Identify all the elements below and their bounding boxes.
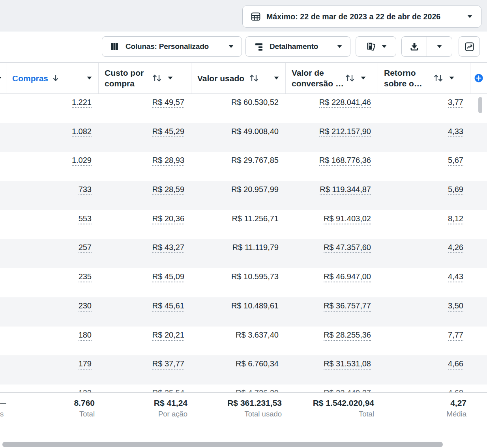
table-row: 235 R$ 45,09 R$ 10.595,73 R$ 46.947,00 4… <box>0 268 487 297</box>
cell-valor-conversao[interactable]: R$ 168.776,36 <box>286 152 378 181</box>
cell-valor-conversao[interactable]: R$ 31.531,08 <box>286 355 378 385</box>
cell-custo-por-compra[interactable]: R$ 43,27 <box>99 239 191 268</box>
cell-valor-usado: R$ 3.637,40 <box>191 327 286 356</box>
chevron-down-icon <box>437 45 442 48</box>
cell-custo-por-compra[interactable]: R$ 45,29 <box>99 123 191 152</box>
chevron-down-icon <box>382 45 387 48</box>
cell-compras[interactable]: 180 <box>6 327 99 356</box>
cell-compras[interactable]: 733 <box>6 181 99 210</box>
vertical-scrollbar[interactable] <box>478 97 482 113</box>
chevron-down-icon[interactable] <box>449 77 454 80</box>
cell-retorno[interactable]: 7,77 <box>378 327 470 356</box>
charts-button[interactable] <box>459 36 480 57</box>
totals-custo-por-compra: R$ 41,24 Por ação <box>99 398 191 430</box>
columns-icon <box>110 42 119 51</box>
cell-retorno[interactable]: 8,12 <box>378 210 470 239</box>
cell-custo-por-compra[interactable]: R$ 28,59 <box>99 181 191 210</box>
horizontal-scrollbar[interactable] <box>2 442 443 447</box>
cell-valor-conversao[interactable]: R$ 36.757,77 <box>286 297 378 327</box>
cell-valor-conversao[interactable]: R$ 47.357,60 <box>286 239 378 268</box>
table-row: 733 R$ 28,59 R$ 20.957,99 R$ 119.344,87 … <box>0 181 487 210</box>
cell-valor-conversao[interactable]: R$ 228.041,46 <box>286 94 378 123</box>
chevron-down-icon[interactable] <box>168 77 173 80</box>
cell-valor-conversao[interactable]: R$ 91.403,02 <box>286 210 378 239</box>
cell-compras[interactable]: 230 <box>6 297 99 327</box>
row-right-stub <box>470 355 487 385</box>
cell-compras[interactable]: 1.221 <box>6 94 99 123</box>
totals-valor-usado: R$ 361.231,53 Total usado <box>191 398 286 430</box>
cell-compras[interactable]: 1.029 <box>6 152 99 181</box>
download-button[interactable] <box>402 37 427 56</box>
cell-custo-por-compra[interactable]: R$ 45,09 <box>99 268 191 297</box>
chevron-down-icon[interactable] <box>87 77 92 80</box>
cell-valor-conversao[interactable]: R$ 28.255,36 <box>286 327 378 356</box>
cell-retorno[interactable]: 4,66 <box>378 355 470 385</box>
date-range-button[interactable]: Máximo: 22 de mar de 2023 a 22 de abr de… <box>242 6 481 28</box>
breakdown-button[interactable]: Detalhamento <box>245 36 350 57</box>
table-row: 1.029 R$ 28,93 R$ 29.767,85 R$ 168.776,3… <box>0 152 487 181</box>
column-header-compras[interactable]: Compras <box>6 63 99 93</box>
cell-custo-por-compra[interactable]: R$ 45,61 <box>99 297 191 327</box>
row-right-stub <box>470 152 487 181</box>
calendar-icon <box>250 11 261 22</box>
cell-compras[interactable]: 257 <box>6 239 99 268</box>
row-left-stub <box>0 94 6 123</box>
cell-valor-usado: R$ 60.530,52 <box>191 94 286 123</box>
totals-row: — s 8.760 Total R$ 41,24 Por ação R$ 361… <box>0 392 487 430</box>
chevron-down-icon[interactable] <box>274 77 279 80</box>
cell-retorno[interactable]: 5,69 <box>378 181 470 210</box>
add-column-header[interactable] <box>470 63 487 93</box>
cell-retorno[interactable]: 4,33 <box>378 123 470 152</box>
cell-retorno[interactable]: 3,77 <box>378 94 470 123</box>
cell-valor-usado: R$ 49.008,40 <box>191 123 286 152</box>
export-options-button[interactable] <box>427 37 452 56</box>
sort-icon[interactable] <box>433 74 443 82</box>
chevron-down-icon <box>467 15 472 18</box>
cell-valor-usado: R$ 10.489,61 <box>191 297 286 327</box>
sort-desc-icon <box>52 74 59 82</box>
chevron-down-icon[interactable] <box>361 77 366 80</box>
cell-compras[interactable]: 179 <box>6 355 99 385</box>
column-header-valor-usado[interactable]: Valor usado <box>191 63 286 93</box>
cell-retorno[interactable]: 3,50 <box>378 297 470 327</box>
cell-compras[interactable]: 235 <box>6 268 99 297</box>
row-left-stub <box>0 210 6 239</box>
cell-valor-conversao[interactable]: R$ 119.344,87 <box>286 181 378 210</box>
sort-icon[interactable] <box>152 74 162 82</box>
columns-button[interactable]: Colunas: Personalizado <box>102 36 242 57</box>
reports-button[interactable] <box>356 36 396 57</box>
date-range-label: Máximo: 22 de mar de 2023 a 22 de abr de… <box>266 12 440 21</box>
cell-valor-conversao[interactable]: R$ 46.947,00 <box>286 268 378 297</box>
sort-icon[interactable] <box>345 74 355 82</box>
cell-valor-conversao[interactable]: R$ 212.157,90 <box>286 123 378 152</box>
cell-custo-por-compra[interactable]: R$ 49,57 <box>99 94 191 123</box>
cell-retorno[interactable]: 5,67 <box>378 152 470 181</box>
cell-retorno[interactable]: 4,43 <box>378 268 470 297</box>
row-left-stub <box>0 123 6 152</box>
cell-compras[interactable]: 553 <box>6 210 99 239</box>
ads-manager-report: Máximo: 22 de mar de 2023 a 22 de abr de… <box>0 0 487 448</box>
chevron-down-icon <box>229 45 234 48</box>
totals-compras: 8.760 Total <box>6 398 99 430</box>
table-row: 230 R$ 45,61 R$ 10.489,61 R$ 36.757,77 3… <box>0 297 487 327</box>
cell-retorno[interactable]: 4,26 <box>378 239 470 268</box>
table-row: 1.221 R$ 49,57 R$ 60.530,52 R$ 228.041,4… <box>0 94 487 123</box>
row-right-stub <box>470 239 487 268</box>
cell-compras[interactable]: 1.082 <box>6 123 99 152</box>
table-body: 1.221 R$ 49,57 R$ 60.530,52 R$ 228.041,4… <box>0 94 487 414</box>
column-header-custo-por-compra[interactable]: Custo por compra <box>99 63 191 93</box>
columns-label: Colunas: Personalizado <box>125 42 209 51</box>
row-left-stub <box>0 268 6 297</box>
trend-chart-icon <box>464 41 475 52</box>
cell-custo-por-compra[interactable]: R$ 28,93 <box>99 152 191 181</box>
sort-icon[interactable] <box>249 74 259 82</box>
column-header-retorno[interactable]: Retorno sobre o… <box>378 63 470 93</box>
cell-valor-usado: R$ 6.760,34 <box>191 355 286 385</box>
cell-custo-por-compra[interactable]: R$ 37,77 <box>99 355 191 385</box>
cell-custo-por-compra[interactable]: R$ 20,36 <box>99 210 191 239</box>
row-left-stub <box>0 297 6 327</box>
row-left-stub <box>0 181 6 210</box>
cell-custo-por-compra[interactable]: R$ 20,21 <box>99 327 191 356</box>
breakdown-label: Detalhamento <box>270 42 318 51</box>
column-header-valor-conversao[interactable]: Valor de conversão … <box>286 63 378 93</box>
